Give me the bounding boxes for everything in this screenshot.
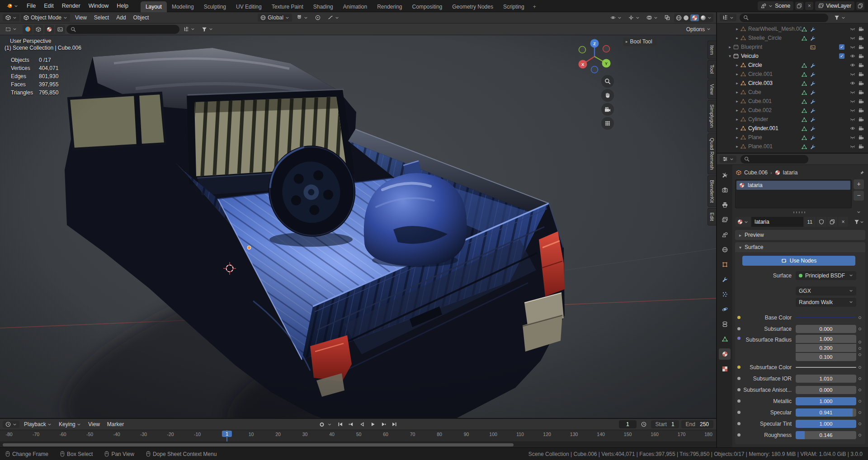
current-frame-field[interactable]: 1 [619, 420, 637, 428]
eye-closed-icon[interactable] [848, 35, 857, 41]
expand-arrow-icon[interactable]: ▸ [734, 63, 740, 67]
pin-icon[interactable] [859, 169, 864, 176]
timeline-menu-keying[interactable]: Keying [55, 420, 85, 429]
camera-restrict-icon[interactable] [857, 62, 865, 68]
asset-model-icon[interactable] [33, 25, 43, 34]
animate-decorator[interactable] [856, 384, 863, 395]
animate-decorator[interactable] [856, 395, 863, 407]
use-nodes-button[interactable]: Use Nodes [742, 256, 855, 266]
properties-editor-type-button[interactable] [720, 155, 736, 163]
expand-arrow-icon[interactable]: ▸ [734, 72, 740, 76]
expand-arrow-icon[interactable]: ▸ [734, 99, 740, 103]
camera-restrict-icon[interactable] [857, 80, 865, 86]
remove-material-slot-button[interactable]: − [854, 191, 864, 201]
animate-decorator[interactable] [856, 323, 863, 334]
properties-tab-scene[interactable] [719, 229, 731, 240]
slot-list-resize-grip[interactable] [735, 209, 865, 215]
eye-closed-icon[interactable] [848, 135, 857, 140]
color-swatch-base-color[interactable] [796, 317, 856, 318]
properties-tab-world[interactable] [719, 244, 731, 255]
workspace-tab-sculpting[interactable]: Sculpting [199, 1, 231, 12]
expand-arrow-icon[interactable]: ▸ [734, 36, 740, 40]
expand-arrow-icon[interactable]: ▸ [734, 126, 740, 131]
subsurface-method-dropdown[interactable]: Random Walk [796, 298, 856, 307]
outliner-item-cube-002[interactable]: ▸ Cube.002 [717, 106, 868, 115]
viewport-menu-view[interactable]: View [71, 13, 90, 22]
gizmos-dropdown[interactable] [626, 14, 642, 21]
outliner-editor-type-button[interactable] [720, 14, 736, 21]
properties-tab-physics[interactable] [719, 304, 731, 315]
camera-restrict-icon[interactable] [857, 71, 865, 77]
animate-decorator[interactable] [856, 407, 863, 418]
active-tool-button[interactable] [3, 26, 19, 33]
play-reverse-button[interactable] [357, 420, 367, 428]
value-slider-roughness[interactable]: 0.146 [796, 431, 856, 439]
outliner-item-cube-003[interactable]: ▸ Cube.003 [717, 151, 868, 153]
sidebar-tab-simplygon[interactable]: Simplygon [708, 100, 716, 132]
animate-decorator[interactable] [856, 361, 863, 373]
timeline-ruler[interactable]: -80-70-60-50-40-30-20-101020304050607080… [0, 430, 716, 442]
properties-tab-object[interactable] [719, 259, 731, 270]
properties-tab-texture[interactable] [719, 363, 731, 375]
expand-arrow-icon[interactable]: ▸ [734, 144, 740, 149]
object-visibility-dropdown[interactable] [608, 14, 624, 21]
workspace-tab-modeling[interactable]: Modeling [167, 1, 199, 12]
expand-arrow-icon[interactable]: ▸ [734, 108, 740, 113]
value-slider-metallic[interactable]: 1.000 [796, 397, 856, 405]
camera-restrict-icon[interactable] [857, 135, 865, 140]
new-scene-button[interactable] [795, 2, 803, 10]
outliner-item-cylinder[interactable]: ▸ Cylinder [717, 115, 868, 124]
workspace-tab-animation[interactable]: Animation [338, 1, 372, 12]
add-material-slot-button[interactable]: + [854, 179, 864, 189]
outliner-item-cube-001[interactable]: ▸ Cube.001 [717, 97, 868, 106]
proportional-edit-toggle[interactable] [312, 14, 323, 21]
workspace-tab-rendering[interactable]: Rendering [372, 1, 407, 12]
value-slider-specular-tint[interactable]: 1.000 [796, 420, 856, 428]
eye-closed-icon[interactable] [848, 71, 857, 77]
frame-end-field[interactable]: End250 [681, 420, 713, 428]
properties-tab-constraints[interactable] [719, 319, 731, 330]
properties-tab-material[interactable] [719, 348, 731, 360]
playhead-frame-badge[interactable]: 1 [222, 431, 232, 437]
collection-checkbox[interactable]: ✓ [839, 44, 844, 50]
expand-arrow-icon[interactable]: ▸ [734, 90, 740, 94]
fake-user-shield-icon[interactable] [816, 217, 826, 227]
camera-view-icon[interactable] [601, 103, 614, 116]
unlink-material-button[interactable]: × [838, 217, 848, 227]
eye-closed-icon[interactable] [848, 117, 857, 122]
timeline-editor-type-button[interactable] [3, 421, 19, 428]
auto-keying-toggle[interactable] [317, 420, 327, 428]
eye-open-icon[interactable] [848, 126, 857, 131]
filter-dropdown[interactable] [199, 26, 216, 33]
shading-wireframe-icon[interactable] [676, 14, 682, 21]
workspace-tab-compositing[interactable]: Compositing [407, 1, 448, 12]
outliner-filter-icon[interactable] [831, 14, 848, 21]
outliner-item-blueprint[interactable]: ▸ Blueprint ✓ [717, 42, 868, 52]
expand-arrow-icon[interactable]: ▸ [734, 117, 740, 122]
sidebar-tab-edit[interactable]: Edit [708, 208, 716, 225]
add-workspace-button[interactable]: + [529, 1, 540, 12]
expand-arrow-icon[interactable]: ▸ [727, 45, 733, 49]
camera-restrict-icon[interactable] [857, 26, 865, 32]
value-slider-specular[interactable]: 0.941 [796, 408, 856, 417]
animate-decorator[interactable] [856, 373, 863, 384]
camera-restrict-icon[interactable] [857, 53, 865, 59]
camera-restrict-icon[interactable] [857, 99, 865, 104]
shading-solid-icon[interactable] [683, 14, 689, 21]
outliner-item-circle[interactable]: ▸ Circle [717, 61, 868, 70]
properties-tab-object-data[interactable] [719, 333, 731, 345]
properties-tab-tool[interactable] [719, 169, 731, 181]
properties-tab-output[interactable] [719, 199, 731, 211]
animate-decorator[interactable] [856, 429, 863, 441]
asset-search-input[interactable] [66, 25, 179, 34]
jump-to-start-button[interactable] [335, 420, 345, 428]
view-layer-selector[interactable]: ViewLayer [815, 1, 854, 10]
eye-closed-icon[interactable] [848, 89, 857, 95]
properties-tab-modifiers[interactable] [719, 274, 731, 285]
viewport-menu-select[interactable]: Select [90, 13, 113, 22]
menu-edit[interactable]: Edit [40, 1, 58, 11]
bool-tool-panel-header[interactable]: ▸Bool Tool [623, 38, 657, 46]
expand-arrow-icon[interactable]: ▾ [727, 54, 733, 58]
camera-restrict-icon[interactable] [857, 126, 865, 131]
camera-restrict-icon[interactable] [857, 44, 865, 50]
